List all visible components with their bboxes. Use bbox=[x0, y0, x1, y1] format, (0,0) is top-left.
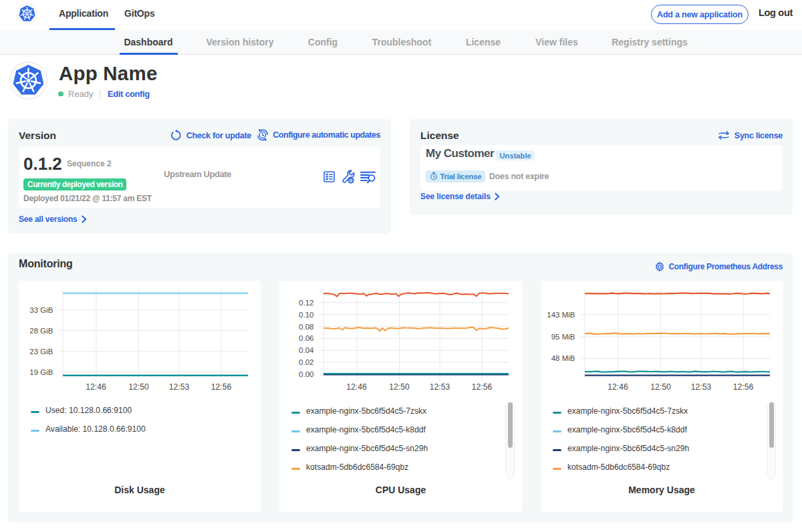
svg-text:12:53: 12:53 bbox=[691, 382, 712, 392]
svg-text:0.04: 0.04 bbox=[299, 346, 314, 354]
svg-text:23 GiB: 23 GiB bbox=[29, 348, 53, 356]
svg-text:12:53: 12:53 bbox=[169, 382, 190, 392]
svg-text:95 MiB: 95 MiB bbox=[551, 333, 575, 341]
svg-text:0.02: 0.02 bbox=[299, 358, 313, 366]
svg-text:12:46: 12:46 bbox=[346, 382, 367, 392]
svg-text:0.06: 0.06 bbox=[299, 334, 313, 342]
svg-text:12:50: 12:50 bbox=[389, 382, 410, 392]
svg-text:33 GiB: 33 GiB bbox=[29, 306, 53, 314]
svg-text:12:46: 12:46 bbox=[608, 382, 628, 392]
svg-text:12:50: 12:50 bbox=[128, 382, 149, 392]
svg-text:12:56: 12:56 bbox=[472, 382, 493, 392]
svg-text:12:46: 12:46 bbox=[86, 382, 106, 392]
svg-text:0.00: 0.00 bbox=[299, 370, 313, 378]
svg-text:0.12: 0.12 bbox=[299, 299, 313, 307]
svg-text:0.10: 0.10 bbox=[299, 311, 313, 319]
svg-text:12:50: 12:50 bbox=[650, 382, 671, 392]
svg-text:0.08: 0.08 bbox=[299, 323, 313, 331]
svg-text:19 GiB: 19 GiB bbox=[29, 368, 53, 376]
svg-text:12:56: 12:56 bbox=[733, 382, 754, 392]
svg-text:12:53: 12:53 bbox=[430, 382, 450, 392]
svg-text:28 GiB: 28 GiB bbox=[29, 327, 53, 335]
svg-text:12:56: 12:56 bbox=[211, 382, 232, 392]
svg-text:48 MiB: 48 MiB bbox=[551, 354, 575, 362]
svg-text:143 MiB: 143 MiB bbox=[547, 311, 575, 319]
